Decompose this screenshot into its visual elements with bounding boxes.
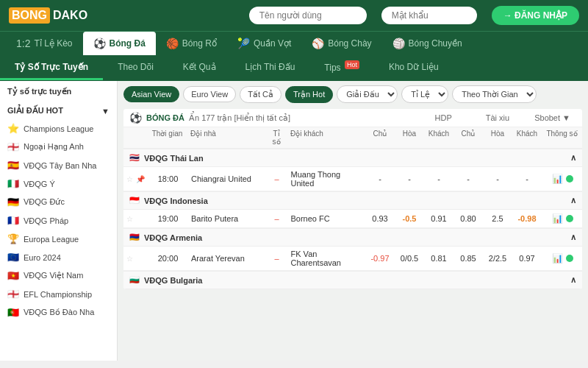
tx-khach[interactable]: 0.97 (512, 252, 542, 264)
sidebar-item-phap[interactable]: 🇫🇷 VĐQG Pháp (0, 211, 117, 230)
tx-khach[interactable]: - (512, 173, 542, 185)
tx-hoa[interactable]: 2.5 (483, 213, 512, 224)
filter-euro-view[interactable]: Euro View (183, 86, 236, 102)
hdp-khach[interactable]: - (424, 173, 453, 185)
sidebar-item-bo-dao-nha[interactable]: 🇵🇹 VĐQG Bồ Đào Nha (0, 303, 117, 322)
tbn-flag: 🇪🇸 (7, 160, 19, 171)
sbobet-cell: 📊 (542, 174, 582, 184)
hdp-khach[interactable]: 0.81 (424, 252, 453, 264)
col-doi-nha: Đội nhà (187, 127, 265, 148)
filter-tran-hot[interactable]: Trận Hot (285, 86, 333, 103)
armenia-flag: 🇦🇲 (129, 233, 140, 242)
tai-xiu-header: Tài xiu (471, 113, 524, 122)
match-score: – (266, 214, 288, 223)
col-ti-so: Tỉ số (265, 127, 287, 148)
col-khach2: Khách (512, 127, 542, 148)
sidebar-section: GIẢI ĐẤU HOT ▼ (0, 102, 117, 119)
hdp-hoa[interactable]: - (395, 173, 424, 185)
hdp-hoa[interactable]: 0/0.5 (395, 252, 424, 264)
tx-chu[interactable]: 0.80 (453, 213, 483, 224)
logo-dako: DAKO (53, 9, 87, 22)
filter-ti-le[interactable]: Tỉ Lệ (401, 85, 448, 103)
tab-quan-vot[interactable]: 🎾 Quần Vợt (227, 32, 301, 55)
hot-badge: Hot (345, 60, 359, 69)
filter-theo-thoi-gian[interactable]: Theo Thời Gian (452, 85, 537, 103)
hdp-khach[interactable]: 0.91 (424, 213, 453, 224)
subnav-tips[interactable]: Tips Hot (309, 55, 374, 81)
sidebar-item-ngoai-hang[interactable]: 🏴󠁧󠁢󠁥󠁮󠁧󠁿 Ngoại Hạng Anh (0, 138, 117, 156)
col-doi-khach: Đội khách (287, 127, 365, 148)
login-button[interactable]: → ĐĂNG NHẬP (492, 6, 579, 25)
sidebar: Tỷ số trực tuyến GIẢI ĐẤU HOT ▼ ⭐ Champi… (0, 81, 118, 361)
filter-asian-view[interactable]: Asian View (123, 86, 179, 102)
sidebar-item-europa[interactable]: 🏆 Europa League (0, 230, 117, 248)
bulgaria-flag: 🇧🇬 (129, 275, 140, 285)
col-hdp-group: Chủ Hòa Khách (365, 127, 453, 148)
hidden-text: Ẩn 177 trận [Hiển thị tất cả] (189, 113, 290, 123)
star-icon[interactable]: ☆ (123, 255, 136, 263)
tx-chu[interactable]: - (453, 173, 483, 185)
league-indonesia: 🇮🇩 VĐQG Indonesia ∧ (123, 191, 582, 210)
logo: BONG DAKO (9, 7, 87, 24)
col-headers: Thời gian Đội nhà Tỉ số Đội khách Chủ Hò… (123, 127, 582, 149)
tab-ti-le-keo[interactable]: 1:2 Tỉ Lệ Kèo (6, 32, 83, 55)
subnav-ket-qua[interactable]: Kết Quả (168, 56, 231, 80)
main-content: Tỷ số trực tuyến GIẢI ĐẤU HOT ▼ ⭐ Champi… (0, 81, 588, 361)
sidebar-item-y[interactable]: 🇮🇹 VĐQG Ý (0, 174, 117, 193)
col-thoi-gian: Thời gian (147, 127, 187, 148)
col-chu: Chủ (365, 127, 395, 148)
europa-flag: 🏆 (7, 233, 19, 244)
bong-da-header: ⚽ BÓNG ĐÁ Ẩn 177 trận [Hiển thị tất cả] … (123, 109, 582, 127)
match-row: ☆ 19:00 Barito Putera – Borneo FC 0.93 -… (123, 210, 582, 228)
sidebar-item-duc[interactable]: 🇩🇪 VĐQG Đức (0, 193, 117, 211)
viet-nam-flag: 🇻🇳 (7, 270, 19, 281)
taixiu-odds: - - - (453, 173, 542, 185)
tab-bong-ro[interactable]: 🏀 Bóng Rổ (156, 32, 227, 55)
tx-hoa[interactable]: 2/2.5 (483, 252, 512, 264)
sidebar-title: Tỷ số trực tuyến (0, 81, 117, 102)
search-input[interactable] (249, 7, 367, 24)
thai-flag: 🇹🇭 (129, 153, 140, 163)
subnav-theo-doi[interactable]: Theo Dõi (103, 56, 168, 80)
col-chu2: Chủ (453, 127, 483, 148)
tab-bong-chay[interactable]: ⚾ Bóng Chày (301, 32, 381, 55)
sbobet-cell: 📊 (542, 213, 582, 224)
sidebar-item-champions[interactable]: ⭐ Champions League (0, 119, 117, 138)
chart-icon[interactable]: 📊 (551, 213, 564, 224)
status-dot (566, 175, 573, 183)
tx-hoa[interactable]: - (483, 173, 512, 185)
bong-da-icon: ⚽ (93, 38, 106, 49)
password-input[interactable] (381, 7, 477, 24)
ngoai-hang-flag: 🏴󠁧󠁢󠁥󠁮󠁧󠁿 (7, 141, 19, 152)
hdp-chu[interactable]: - (365, 173, 395, 185)
y-flag: 🇮🇹 (7, 178, 19, 189)
sbobet-header[interactable]: Sbobet ▼ (528, 113, 576, 122)
sidebar-item-tbn[interactable]: 🇪🇸 VĐQG Tây Ban Nha (0, 156, 117, 174)
bong-chuyen-icon: 🏐 (392, 38, 405, 49)
chart-icon[interactable]: 📊 (551, 253, 564, 263)
content-area: Asian View Euro View Tất Cả Trận Hot Giả… (118, 81, 588, 361)
ti-le-icon: 1:2 (16, 38, 30, 49)
subnav-lich-thi-dau[interactable]: Lịch Thi Đấu (231, 56, 310, 80)
away-team: FK Van Charentsavan (288, 250, 366, 267)
chart-icon[interactable]: 📊 (551, 174, 564, 184)
hdp-chu[interactable]: 0.93 (365, 213, 395, 224)
match-score: – (266, 174, 288, 183)
tab-bong-da[interactable]: ⚽ Bóng Đá (83, 32, 156, 55)
star-icon[interactable]: ☆ (123, 175, 136, 183)
filter-giai-dau[interactable]: Giải Đấu (337, 85, 398, 103)
sidebar-item-euro[interactable]: 🇪🇺 Euro 2024 (0, 248, 117, 266)
subnav-kho-du-lieu[interactable]: Kho Dữ Liệu (374, 56, 453, 80)
subnav-ty-so[interactable]: Tỷ Số Trực Tuyến (0, 56, 103, 80)
col-taixiu-group: Chủ Hòa Khách (453, 127, 542, 148)
hdp-hoa[interactable]: -0.5 (395, 213, 424, 224)
sidebar-item-viet-nam[interactable]: 🇻🇳 VĐQG Việt Nam (0, 266, 117, 285)
tx-chu[interactable]: 0.85 (453, 252, 483, 264)
efl-flag: 🏴󠁧󠁢󠁥󠁮󠁧󠁿 (7, 289, 19, 300)
filter-tat-ca[interactable]: Tất Cả (240, 86, 282, 103)
tx-khach[interactable]: -0.98 (512, 213, 542, 224)
tab-bong-chuyen[interactable]: 🏐 Bóng Chuyền (382, 32, 473, 55)
hdp-chu[interactable]: -0.97 (365, 252, 395, 264)
sidebar-item-efl[interactable]: 🏴󠁧󠁢󠁥󠁮󠁧󠁿 EFL Championship (0, 285, 117, 303)
star-icon[interactable]: ☆ (123, 215, 136, 223)
